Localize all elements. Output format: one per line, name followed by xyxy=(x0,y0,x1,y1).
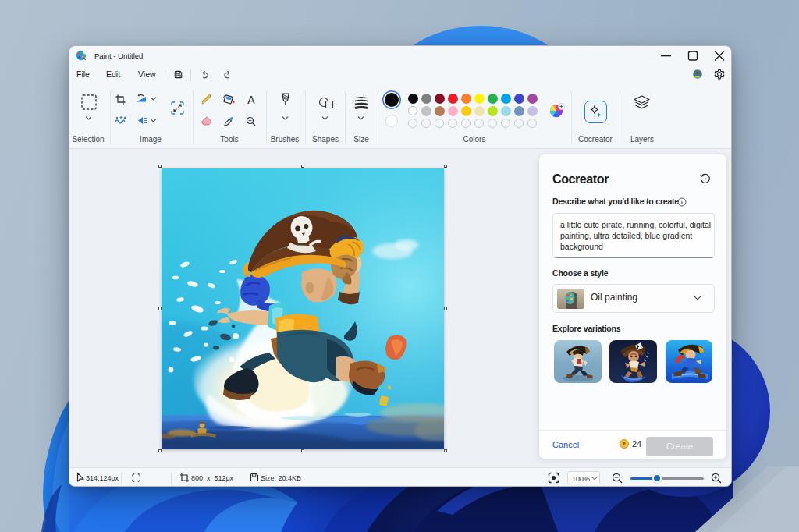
svg-text:A: A xyxy=(247,94,255,105)
